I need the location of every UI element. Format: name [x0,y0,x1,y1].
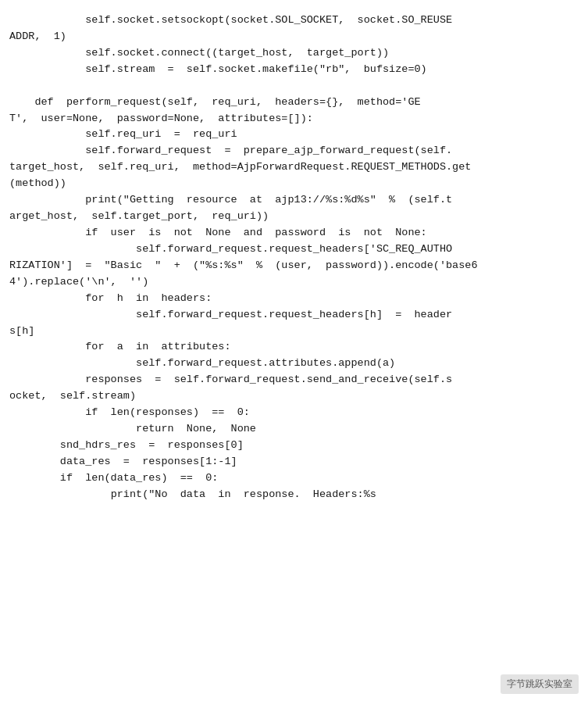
code-container: self.socket.setsockopt(socket.SOL_SOCKET… [0,0,588,708]
watermark: 字节跳跃实验室 [501,674,579,694]
code-block: self.socket.setsockopt(socket.SOL_SOCKET… [9,13,579,503]
